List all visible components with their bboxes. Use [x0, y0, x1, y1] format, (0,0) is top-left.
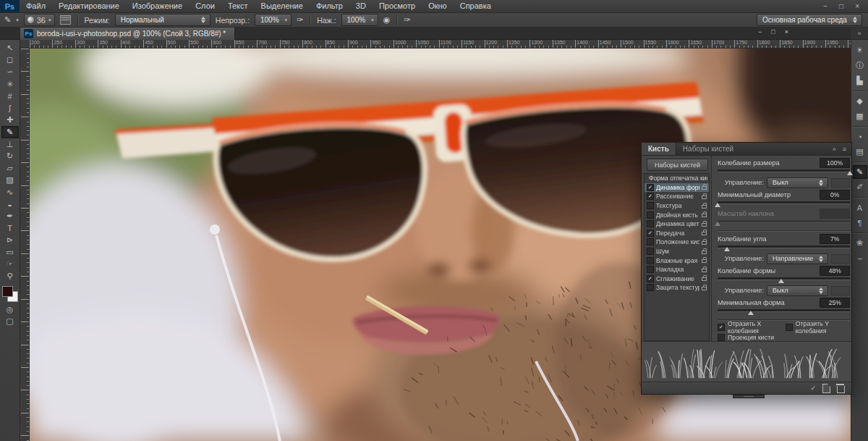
brush-stroke-toggle-icon[interactable]: ✓ [810, 385, 816, 392]
setting-slider[interactable] [718, 168, 850, 175]
slider-thumb[interactable] [778, 279, 784, 283]
brush-option-row[interactable]: Двойная кисть [644, 210, 709, 219]
lock-icon[interactable] [702, 232, 707, 235]
checkbox[interactable]: ✓ [647, 193, 654, 200]
menu-item[interactable]: Просмотр [373, 0, 422, 12]
lasso-tool[interactable]: ∽ [1, 66, 19, 78]
menu-item[interactable]: Фильтр [310, 0, 349, 12]
control-select[interactable]: Направление [767, 253, 828, 264]
marquee-tool[interactable]: ◻ [1, 54, 19, 67]
lock-icon[interactable] [702, 223, 707, 227]
brush-presets-button[interactable]: Наборы кистей [647, 159, 708, 171]
horizontal-ruler[interactable]: 2002503003504004505005506006507007508008… [30, 40, 851, 49]
eyedropper-tool[interactable]: ʃ [1, 102, 19, 114]
panel-menu-icon[interactable]: ≡ [843, 146, 846, 153]
gradient-tool[interactable]: ▨ [1, 175, 19, 187]
eraser-tool[interactable]: ▱ [1, 162, 19, 175]
control-select[interactable]: Выкл [767, 177, 828, 188]
setting-slider[interactable] [718, 276, 850, 283]
tab-brush-presets[interactable]: Наборы кистей [676, 143, 740, 155]
checkbox[interactable] [647, 202, 654, 209]
ruler-origin-box[interactable] [20, 40, 30, 49]
shape-tool[interactable]: ▭ [1, 246, 19, 259]
brush-option-row[interactable]: ✓Рассеивание [644, 192, 709, 201]
checkbox[interactable] [647, 257, 654, 264]
checkbox[interactable]: ✓ [647, 184, 654, 191]
slider-thumb[interactable] [847, 171, 853, 175]
pen-tool[interactable]: ✒ [1, 210, 19, 222]
checkbox-item[interactable]: Отразить Y колебания [786, 320, 851, 335]
lock-icon[interactable] [702, 186, 707, 190]
type-tool[interactable]: T [1, 222, 19, 235]
panel-resize-grip[interactable] [733, 395, 765, 398]
setting-value-field[interactable]: 0% [820, 190, 850, 200]
slider-track[interactable] [718, 245, 850, 248]
adjustments-panel-icon[interactable]: ☀ [853, 43, 867, 57]
dodge-tool[interactable]: ◒ [1, 198, 19, 211]
color-panel-icon[interactable]: ◆ [853, 94, 867, 108]
brush-option-row[interactable]: Накладка [644, 265, 709, 274]
checkbox[interactable] [647, 211, 654, 219]
new-brush-icon[interactable] [822, 384, 830, 393]
path-selection-tool[interactable]: ⊳ [1, 235, 19, 247]
healing-brush-tool[interactable]: ✚ [1, 114, 19, 127]
setting-slider[interactable] [718, 219, 850, 226]
slider-track[interactable] [718, 309, 850, 312]
brush-tool-preset-icon[interactable]: ✎ [4, 15, 11, 25]
workspace-select[interactable]: Основная рабочая среда [757, 14, 862, 26]
checkbox[interactable] [647, 248, 654, 255]
brush-tool[interactable]: ✎ [1, 126, 19, 138]
brush-option-row[interactable]: ✓Передача [644, 229, 709, 238]
lock-icon[interactable] [702, 287, 707, 290]
lock-icon[interactable] [702, 241, 707, 245]
slider-track[interactable] [718, 220, 850, 223]
blend-mode-select[interactable]: Нормальный [115, 14, 210, 26]
menu-item[interactable]: Окно [422, 0, 454, 12]
restore-button[interactable]: □ [839, 2, 843, 10]
brush-option-row[interactable]: Шум [644, 247, 709, 256]
minimize-button[interactable]: − [823, 2, 827, 10]
history-brush-tool[interactable]: ↻ [1, 150, 19, 162]
doc-restore-button[interactable]: □ [771, 28, 775, 35]
screen-mode-button[interactable]: ▢ [1, 315, 19, 327]
setting-value-field[interactable]: 25% [820, 298, 850, 308]
setting-slider[interactable] [718, 308, 850, 315]
brush-size-picker[interactable]: 36 ▾ [24, 14, 55, 26]
brush-option-row[interactable]: Динамика цвета [644, 219, 709, 229]
menu-item[interactable]: Изображение [126, 0, 189, 12]
close-button[interactable]: × [855, 2, 859, 10]
lock-icon[interactable] [702, 277, 707, 281]
slider-track[interactable] [718, 169, 850, 172]
navigator-panel-icon[interactable]: ◔ [853, 130, 867, 143]
slider-thumb[interactable] [715, 203, 720, 207]
info-panel-icon[interactable]: ⓘ [853, 59, 867, 72]
menu-item[interactable]: Файл [20, 0, 52, 12]
checkbox[interactable]: ✓ [647, 275, 654, 282]
opacity-select[interactable]: 100% ▾ [255, 14, 292, 26]
quick-mask-button[interactable]: ◎ [1, 303, 19, 316]
tablet-pressure-icon[interactable]: ✑ [404, 15, 410, 25]
checkbox[interactable] [647, 220, 654, 227]
menu-item[interactable]: Справка [454, 0, 498, 12]
toggle-brush-panel-icon[interactable] [60, 15, 71, 25]
brush-option-row[interactable]: ✓Динамика формы [644, 183, 709, 193]
checkbox-item[interactable]: ✓Отразить X колебания [718, 320, 783, 335]
checkbox[interactable] [718, 334, 725, 341]
brush-option-row[interactable]: Положение кисти [644, 238, 709, 247]
brush-option-row[interactable]: ✓Сглаживание [644, 274, 709, 284]
doc-minimize-button[interactable]: − [758, 28, 762, 35]
slider-thumb[interactable] [748, 311, 754, 315]
lock-icon[interactable] [702, 269, 707, 272]
lock-icon[interactable] [702, 259, 707, 263]
flow-select[interactable]: 100% ▾ [341, 14, 378, 26]
setting-slider[interactable] [718, 244, 850, 251]
lock-icon[interactable] [702, 214, 707, 217]
slider-thumb[interactable] [724, 247, 730, 251]
checkbox[interactable] [647, 238, 654, 245]
menu-item[interactable]: Редактирование [52, 0, 126, 12]
brush-option-row[interactable]: Защита текстуры [644, 283, 709, 293]
lock-icon[interactable] [702, 251, 707, 254]
brush-option-row[interactable]: Влажные края [644, 256, 709, 265]
menu-item[interactable]: Выделение [255, 0, 310, 12]
checkbox[interactable] [647, 266, 654, 273]
